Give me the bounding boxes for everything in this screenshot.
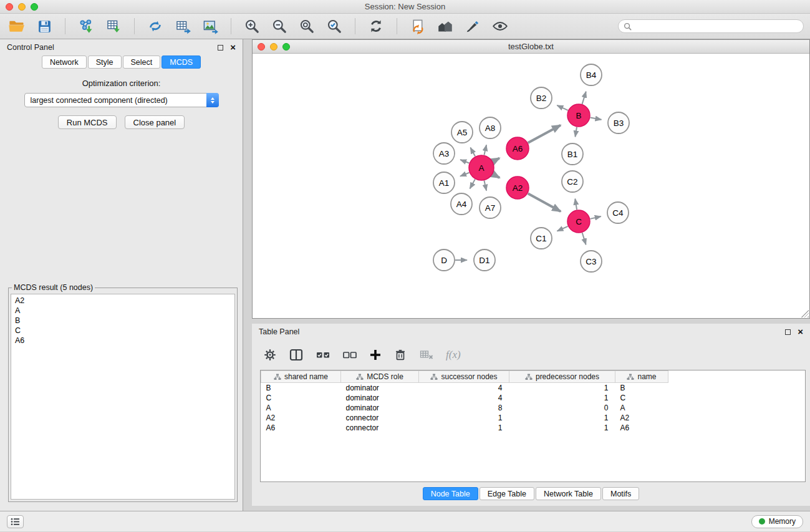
zoom-fit-button[interactable] [296, 16, 317, 36]
table-cell[interactable]: 1 [509, 383, 615, 394]
network-graph[interactable]: B4B2BB3A5A8A6A3B1AA1C2A2A4A7C4CC1DD1C3 [253, 54, 809, 318]
search-input[interactable] [635, 22, 798, 31]
export-table-button[interactable] [172, 16, 193, 36]
graph-edge-B-B1[interactable] [575, 127, 577, 137]
tab-style[interactable]: Style [88, 56, 122, 69]
graph-edge-C-C4[interactable] [591, 216, 601, 219]
zoom-in-button[interactable] [241, 16, 263, 36]
resize-grip[interactable] [801, 310, 809, 317]
tab-network[interactable]: Network [42, 56, 87, 69]
column-header-successor-nodes[interactable]: successor nodes [419, 371, 509, 383]
table-cell[interactable]: connector [341, 423, 419, 433]
table-cell[interactable]: dominator [341, 383, 419, 394]
graph-edge-A-A5[interactable] [470, 148, 475, 157]
tab-select[interactable]: Select [123, 56, 161, 69]
graph-edge-A-A3[interactable] [460, 160, 469, 163]
table-row[interactable]: Bdominator41B [261, 383, 668, 394]
table-row[interactable]: A6connector11A6 [261, 423, 668, 433]
zoom-selected-button[interactable] [324, 16, 345, 36]
clone-network-view-button[interactable] [407, 16, 428, 36]
graph-edge-B-B4[interactable] [582, 92, 586, 104]
table-cell[interactable]: A6 [615, 423, 668, 433]
table-cell[interactable]: connector [341, 413, 419, 423]
table-cell[interactable]: C [615, 393, 668, 403]
function-builder-button[interactable]: f(x) [446, 349, 461, 361]
mcds-result-item[interactable]: B [15, 316, 231, 326]
graphics-details-button[interactable] [462, 16, 483, 36]
graph-edge-A-A8[interactable] [484, 145, 486, 155]
graph-edge-A-A1[interactable] [460, 173, 470, 177]
table-cell[interactable]: 4 [419, 393, 509, 403]
zoom-out-button[interactable] [269, 16, 290, 36]
graph-edge-A-A6[interactable] [493, 158, 499, 162]
add-row-button[interactable] [369, 349, 382, 361]
graph-edge-A-A7[interactable] [484, 181, 486, 191]
graph-edge-A-A2[interactable] [493, 174, 499, 178]
table-cell[interactable]: A [261, 403, 341, 413]
graph-edge-C-C3[interactable] [582, 233, 586, 244]
delete-table-button[interactable] [419, 349, 434, 361]
birdseye-toggle-button[interactable] [489, 16, 511, 36]
tab-node-table[interactable]: Node Table [423, 487, 478, 500]
table-cell[interactable]: A6 [261, 423, 341, 433]
close-panel-icon[interactable]: × [230, 44, 236, 51]
mcds-result-item[interactable]: A2 [15, 296, 231, 306]
column-header-mcds-role[interactable]: MCDS role [341, 371, 419, 383]
show-columns-button[interactable] [289, 348, 304, 362]
float-table-panel-icon[interactable] [785, 329, 791, 335]
select-all-button[interactable] [316, 349, 330, 360]
close-panel-button[interactable]: Close panel [125, 115, 185, 129]
mcds-result-item[interactable]: C [15, 326, 231, 336]
tab-network-table[interactable]: Network Table [536, 487, 601, 500]
close-table-panel-icon[interactable]: × [798, 329, 803, 335]
tab-motifs[interactable]: Motifs [602, 487, 639, 500]
tab-edge-table[interactable]: Edge Table [480, 487, 534, 500]
table-cell[interactable]: A2 [261, 413, 341, 423]
table-cell[interactable]: A [615, 403, 668, 413]
table-row[interactable]: A2connector11A2 [261, 413, 668, 423]
table-cell[interactable]: dominator [341, 403, 419, 413]
import-table-button[interactable] [103, 16, 124, 36]
mcds-result-item[interactable]: A [15, 306, 231, 316]
table-settings-button[interactable] [263, 348, 277, 362]
save-session-button[interactable] [34, 16, 55, 36]
graph-edge-A2-C[interactable] [528, 193, 561, 211]
table-cell[interactable]: 4 [419, 383, 509, 394]
open-session-button[interactable] [6, 16, 27, 36]
table-cell[interactable]: A2 [615, 413, 668, 423]
table-cell[interactable]: 1 [509, 423, 615, 433]
table-cell[interactable]: 1 [509, 393, 615, 403]
export-network-button[interactable] [145, 16, 166, 36]
table-cell[interactable]: 1 [419, 423, 509, 433]
tab-mcds[interactable]: MCDS [162, 56, 201, 69]
table-row[interactable]: Adominator80A [261, 403, 668, 413]
table-cell[interactable]: B [615, 383, 668, 394]
column-header-predecessor-nodes[interactable]: predecessor nodes [509, 371, 615, 383]
table-cell[interactable]: 1 [509, 413, 615, 423]
task-history-button[interactable] [7, 515, 24, 528]
graph-edge-C-C2[interactable] [575, 199, 577, 210]
table-cell[interactable]: B [261, 383, 341, 394]
network-canvas[interactable]: B4B2BB3A5A8A6A3B1AA1C2A2A4A7C4CC1DD1C3 [253, 54, 809, 318]
import-network-button[interactable] [75, 16, 97, 36]
run-mcds-button[interactable]: Run MCDS [58, 115, 117, 129]
graph-edge-A-A4[interactable] [470, 179, 475, 188]
graph-edge-B-B3[interactable] [591, 118, 602, 120]
table-cell[interactable]: dominator [341, 393, 419, 403]
table-cell[interactable]: 1 [419, 413, 509, 423]
optimization-select[interactable]: largest connected component (directed) [24, 93, 219, 107]
float-panel-icon[interactable] [218, 45, 223, 51]
unselect-all-button[interactable] [342, 349, 357, 360]
home-button[interactable] [435, 16, 456, 36]
table-cell[interactable]: 0 [509, 403, 615, 413]
table-cell[interactable]: 8 [419, 403, 509, 413]
export-image-button[interactable] [200, 16, 221, 36]
column-header-shared-name[interactable]: shared name [261, 371, 341, 383]
delete-row-button[interactable] [393, 348, 407, 362]
column-header-name[interactable]: name [615, 371, 668, 383]
mcds-result-item[interactable]: A6 [15, 336, 231, 346]
table-cell[interactable]: C [261, 393, 341, 403]
graph-edge-B-B2[interactable] [557, 105, 567, 110]
graph-edge-C-C1[interactable] [557, 226, 568, 231]
table-row[interactable]: Cdominator41C [261, 393, 668, 403]
